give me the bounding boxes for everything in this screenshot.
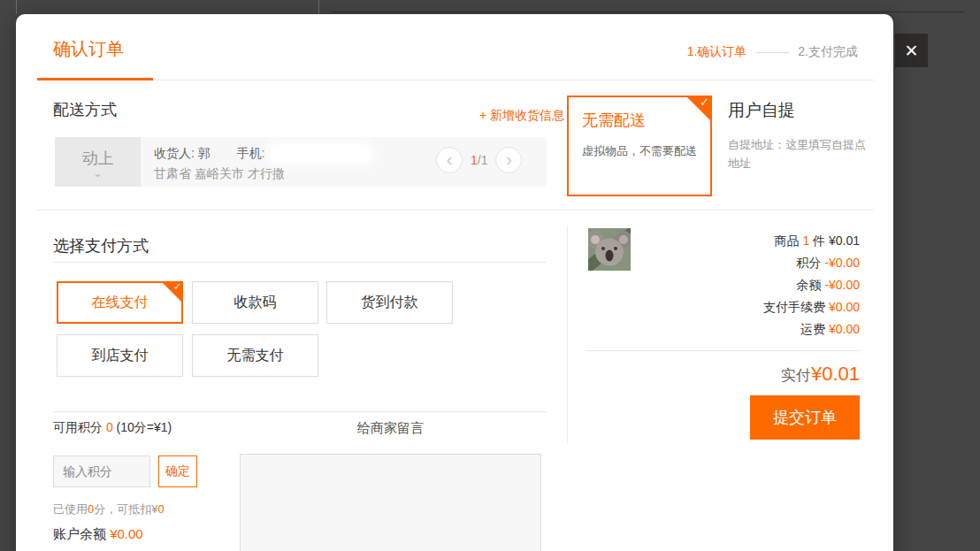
header-rule	[37, 80, 874, 80]
payment-option-label: 到店支付	[92, 347, 149, 365]
account-balance-value: ¥0.00	[110, 526, 143, 541]
payment-option-none[interactable]: 无需支付	[192, 334, 318, 377]
address-info: 收货人: 郭 手机: 甘肃省 嘉峪关市 才行撒	[141, 137, 370, 187]
order-confirm-modal: 确认订单 1.确认订单 2.支付完成 配送方式 + 新增收货信息 动上 ⌄ 收货…	[16, 14, 893, 551]
row-value: -¥0.00	[824, 256, 860, 270]
phone-number-redacted	[271, 145, 370, 163]
summary-item-row: 商品 1 件 ¥0.01	[582, 230, 860, 252]
payment-option-label: 收款码	[234, 294, 277, 312]
checkout-steps: 1.确认订单 2.支付完成	[687, 44, 858, 60]
row-label: 运费	[800, 322, 825, 336]
points-used-prefix: 已使用	[53, 502, 88, 516]
payment-option-label: 货到付款	[362, 294, 418, 312]
delivery-option-desc: 自提地址：这里填写自提点地址	[728, 135, 871, 172]
selected-corner-badge: ✓	[161, 281, 183, 303]
add-address-link[interactable]: + 新增收货信息	[53, 108, 564, 124]
account-balance-label: 账户余额	[53, 526, 106, 541]
payment-option-label: 在线支付	[92, 294, 149, 312]
section-divider	[37, 210, 874, 210]
delivery-option-no-shipping[interactable]: ✓ 无需配送 虚拟物品，不需要配送	[567, 96, 712, 196]
close-icon: ✕	[905, 41, 919, 61]
row-label: 积分	[796, 256, 821, 270]
background-divider	[318, 0, 319, 14]
phone-label: 手机:	[237, 146, 265, 162]
item-unit: 件	[813, 233, 825, 248]
points-deduct-value: 0	[157, 502, 164, 516]
points-used-line: 已使用0分，可抵扣¥0	[53, 501, 165, 517]
address-tag-label: 动上	[82, 148, 114, 169]
summary-row-balance: 余额 -¥0.00	[582, 274, 860, 296]
close-button[interactable]: ✕	[895, 34, 928, 67]
header-rule-accent	[37, 78, 153, 80]
row-label: 支付手续费	[763, 300, 825, 314]
row-value: ¥0.00	[829, 322, 860, 336]
item-price: ¥0.01	[829, 233, 860, 248]
address-pager: ‹ 1/1 ›	[436, 147, 522, 173]
merchant-message-textarea[interactable]	[240, 454, 541, 551]
modal-title: 确认订单	[53, 37, 124, 61]
address-page-indicator: 1/1	[471, 153, 487, 167]
page-total: 1	[481, 153, 488, 167]
summary-vertical-divider	[567, 226, 568, 443]
row-label: 余额	[796, 278, 821, 292]
chevron-right-icon: ›	[506, 150, 512, 168]
check-icon: ✓	[700, 96, 709, 109]
address-region: 甘肃省 嘉峪关市 才行撒	[154, 166, 370, 182]
item-label: 商品	[774, 233, 799, 248]
delivery-option-title: 用户自提	[728, 99, 871, 122]
summary-row-shipping: 运费 ¥0.00	[582, 318, 860, 341]
payment-heading-rule	[53, 262, 547, 263]
payment-option-instore[interactable]: 到店支付	[57, 334, 183, 377]
background-rule	[332, 11, 964, 12]
chevron-left-icon: ‹	[447, 150, 453, 168]
available-points-line: 可用积分 0 (10分=¥1)	[53, 420, 172, 436]
delivery-option-pickup[interactable]: 用户自提 自提地址：这里填写自提点地址	[728, 99, 871, 172]
payment-option-cod[interactable]: 货到付款	[326, 281, 453, 324]
submit-order-button[interactable]: 提交订单	[750, 395, 860, 440]
total-value: ¥0.01	[811, 363, 860, 385]
step-separator-line	[755, 52, 789, 53]
check-icon: ✓	[173, 281, 181, 293]
background-divider	[16, 0, 17, 14]
receiver-name: 收货人: 郭	[154, 146, 211, 162]
item-qty: 1	[802, 233, 809, 248]
next-address-button[interactable]: ›	[495, 147, 522, 173]
summary-row-fee: 支付手续费 ¥0.00	[582, 296, 860, 318]
step-confirm-order: 1.确认订单	[687, 44, 747, 60]
summary-divider	[586, 350, 860, 351]
payment-option-online[interactable]: ✓ 在线支付	[57, 281, 183, 324]
payment-section-heading: 选择支付方式	[53, 235, 149, 256]
available-points-label: 可用积分	[53, 420, 103, 434]
merchant-message-label: 给商家留言	[240, 420, 541, 437]
total-line: 实付¥0.01	[582, 363, 860, 386]
summary-row-points: 积分 -¥0.00	[582, 252, 860, 274]
account-balance-line: 账户余额 ¥0.00	[53, 526, 143, 543]
address-tag: 动上 ⌄	[55, 137, 141, 187]
payment-option-qrcode[interactable]: 收款码	[192, 281, 318, 324]
row-value: -¥0.00	[824, 278, 860, 292]
points-input[interactable]	[53, 455, 150, 487]
payment-option-label: 无需支付	[227, 347, 284, 365]
delivery-option-desc: 虚拟物品，不需要配送	[582, 143, 710, 159]
points-confirm-button[interactable]: 确定	[158, 455, 197, 487]
selected-corner-badge: ✓	[685, 96, 712, 122]
chevron-down-icon: ⌄	[93, 170, 103, 177]
points-section-rule	[53, 411, 547, 412]
page-current: 1	[471, 153, 478, 167]
total-label: 实付	[781, 367, 811, 384]
points-used-mid: 分，可抵扣¥	[94, 502, 157, 516]
row-value: ¥0.00	[829, 300, 860, 314]
available-points-value: 0	[106, 420, 113, 434]
step-payment-done: 2.支付完成	[798, 44, 858, 60]
order-summary: 商品 1 件 ¥0.01 积分 -¥0.00 余额 -¥0.00 支付手续费 ¥…	[582, 230, 860, 341]
points-rate: (10分=¥1)	[117, 420, 172, 434]
prev-address-button[interactable]: ‹	[436, 147, 463, 173]
